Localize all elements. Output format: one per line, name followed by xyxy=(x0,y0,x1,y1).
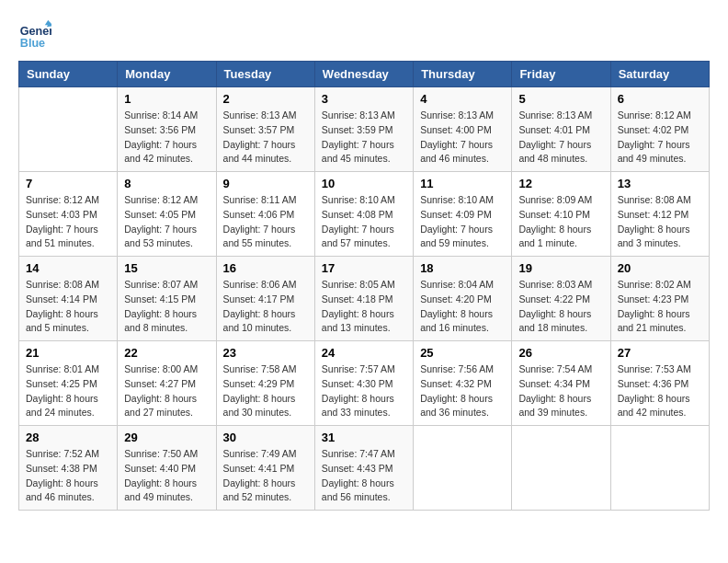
day-number: 24 xyxy=(322,346,406,360)
calendar-week-row: 21Sunrise: 8:01 AM Sunset: 4:25 PM Dayli… xyxy=(19,341,710,426)
day-number: 6 xyxy=(618,92,702,106)
day-info: Sunrise: 8:01 AM Sunset: 4:25 PM Dayligh… xyxy=(26,362,110,420)
day-number: 15 xyxy=(124,261,209,275)
header-day-tuesday: Tuesday xyxy=(216,62,314,87)
day-info: Sunrise: 8:12 AM Sunset: 4:02 PM Dayligh… xyxy=(618,109,702,167)
day-info: Sunrise: 8:07 AM Sunset: 4:15 PM Dayligh… xyxy=(124,278,209,336)
header-day-saturday: Saturday xyxy=(610,62,709,87)
day-number: 22 xyxy=(124,346,209,360)
calendar-cell: 24Sunrise: 7:57 AM Sunset: 4:30 PM Dayli… xyxy=(314,341,413,426)
day-info: Sunrise: 7:50 AM Sunset: 4:40 PM Dayligh… xyxy=(124,447,209,505)
day-info: Sunrise: 8:11 AM Sunset: 4:06 PM Dayligh… xyxy=(223,193,308,251)
day-info: Sunrise: 7:58 AM Sunset: 4:29 PM Dayligh… xyxy=(223,362,308,420)
svg-text:Blue: Blue xyxy=(20,37,45,50)
day-info: Sunrise: 8:13 AM Sunset: 3:59 PM Dayligh… xyxy=(322,109,406,167)
calendar-cell: 29Sunrise: 7:50 AM Sunset: 4:40 PM Dayli… xyxy=(118,426,216,511)
day-number: 1 xyxy=(124,92,209,106)
calendar-week-row: 7Sunrise: 8:12 AM Sunset: 4:03 PM Daylig… xyxy=(19,172,710,257)
calendar-cell: 7Sunrise: 8:12 AM Sunset: 4:03 PM Daylig… xyxy=(19,172,118,257)
day-number: 7 xyxy=(26,177,110,190)
calendar-week-row: 28Sunrise: 7:52 AM Sunset: 4:38 PM Dayli… xyxy=(19,426,710,511)
day-number: 9 xyxy=(223,177,308,190)
day-info: Sunrise: 8:03 AM Sunset: 4:22 PM Dayligh… xyxy=(518,278,603,336)
day-number: 14 xyxy=(26,261,110,275)
calendar-cell xyxy=(414,426,512,511)
day-number: 21 xyxy=(26,346,110,360)
day-info: Sunrise: 8:12 AM Sunset: 4:05 PM Dayligh… xyxy=(124,193,209,251)
day-number: 27 xyxy=(618,346,702,360)
day-number: 23 xyxy=(223,346,308,360)
calendar-cell: 14Sunrise: 8:08 AM Sunset: 4:14 PM Dayli… xyxy=(19,257,118,341)
day-info: Sunrise: 8:13 AM Sunset: 4:00 PM Dayligh… xyxy=(420,109,505,167)
header-day-thursday: Thursday xyxy=(414,62,512,87)
day-number: 19 xyxy=(518,261,603,275)
calendar-cell: 15Sunrise: 8:07 AM Sunset: 4:15 PM Dayli… xyxy=(118,257,216,341)
day-info: Sunrise: 7:54 AM Sunset: 4:34 PM Dayligh… xyxy=(518,362,603,420)
header-day-wednesday: Wednesday xyxy=(314,62,413,87)
day-number: 17 xyxy=(322,261,406,275)
calendar-cell: 31Sunrise: 7:47 AM Sunset: 4:43 PM Dayli… xyxy=(314,426,413,511)
calendar-table: SundayMondayTuesdayWednesdayThursdayFrid… xyxy=(18,61,710,511)
day-number: 3 xyxy=(322,92,406,106)
calendar-cell: 27Sunrise: 7:53 AM Sunset: 4:36 PM Dayli… xyxy=(610,341,709,426)
header-day-friday: Friday xyxy=(512,62,610,87)
calendar-header-row: SundayMondayTuesdayWednesdayThursdayFrid… xyxy=(19,62,710,87)
calendar-cell: 12Sunrise: 8:09 AM Sunset: 4:10 PM Dayli… xyxy=(512,172,610,257)
day-number: 25 xyxy=(420,346,505,360)
day-info: Sunrise: 8:13 AM Sunset: 3:57 PM Dayligh… xyxy=(223,109,308,167)
day-info: Sunrise: 8:12 AM Sunset: 4:03 PM Dayligh… xyxy=(26,193,110,251)
day-info: Sunrise: 7:53 AM Sunset: 4:36 PM Dayligh… xyxy=(618,362,702,420)
calendar-cell: 4Sunrise: 8:13 AM Sunset: 4:00 PM Daylig… xyxy=(414,87,512,172)
calendar-cell xyxy=(512,426,610,511)
day-number: 4 xyxy=(420,92,505,106)
day-number: 28 xyxy=(26,431,110,444)
logo-icon: General Blue xyxy=(18,18,51,52)
header-day-monday: Monday xyxy=(118,62,216,87)
calendar-cell: 8Sunrise: 8:12 AM Sunset: 4:05 PM Daylig… xyxy=(118,172,216,257)
calendar-cell: 10Sunrise: 8:10 AM Sunset: 4:08 PM Dayli… xyxy=(314,172,413,257)
calendar-cell: 25Sunrise: 7:56 AM Sunset: 4:32 PM Dayli… xyxy=(414,341,512,426)
day-info: Sunrise: 8:14 AM Sunset: 3:56 PM Dayligh… xyxy=(124,109,209,167)
calendar-week-row: 14Sunrise: 8:08 AM Sunset: 4:14 PM Dayli… xyxy=(19,257,710,341)
day-info: Sunrise: 8:09 AM Sunset: 4:10 PM Dayligh… xyxy=(518,193,603,251)
calendar-cell xyxy=(610,426,709,511)
day-info: Sunrise: 7:56 AM Sunset: 4:32 PM Dayligh… xyxy=(420,362,505,420)
day-number: 8 xyxy=(124,177,209,190)
day-number: 2 xyxy=(223,92,308,106)
calendar-cell: 13Sunrise: 8:08 AM Sunset: 4:12 PM Dayli… xyxy=(610,172,709,257)
day-number: 13 xyxy=(618,177,702,190)
calendar-week-row: 1Sunrise: 8:14 AM Sunset: 3:56 PM Daylig… xyxy=(19,87,710,172)
day-number: 31 xyxy=(322,431,406,444)
calendar-cell: 21Sunrise: 8:01 AM Sunset: 4:25 PM Dayli… xyxy=(19,341,118,426)
calendar-cell: 19Sunrise: 8:03 AM Sunset: 4:22 PM Dayli… xyxy=(512,257,610,341)
day-number: 29 xyxy=(124,431,209,444)
calendar-cell: 23Sunrise: 7:58 AM Sunset: 4:29 PM Dayli… xyxy=(216,341,314,426)
day-info: Sunrise: 8:06 AM Sunset: 4:17 PM Dayligh… xyxy=(223,278,308,336)
calendar-cell: 9Sunrise: 8:11 AM Sunset: 4:06 PM Daylig… xyxy=(216,172,314,257)
day-number: 10 xyxy=(322,177,406,190)
day-info: Sunrise: 8:05 AM Sunset: 4:18 PM Dayligh… xyxy=(322,278,406,336)
calendar-cell: 17Sunrise: 8:05 AM Sunset: 4:18 PM Dayli… xyxy=(314,257,413,341)
day-info: Sunrise: 8:00 AM Sunset: 4:27 PM Dayligh… xyxy=(124,362,209,420)
calendar-cell: 18Sunrise: 8:04 AM Sunset: 4:20 PM Dayli… xyxy=(414,257,512,341)
calendar-cell xyxy=(19,87,118,172)
calendar-cell: 22Sunrise: 8:00 AM Sunset: 4:27 PM Dayli… xyxy=(118,341,216,426)
day-info: Sunrise: 8:08 AM Sunset: 4:12 PM Dayligh… xyxy=(618,193,702,251)
calendar-cell: 11Sunrise: 8:10 AM Sunset: 4:09 PM Dayli… xyxy=(414,172,512,257)
page-header: General Blue xyxy=(18,18,710,52)
calendar-cell: 5Sunrise: 8:13 AM Sunset: 4:01 PM Daylig… xyxy=(512,87,610,172)
day-number: 16 xyxy=(223,261,308,275)
day-info: Sunrise: 8:10 AM Sunset: 4:09 PM Dayligh… xyxy=(420,193,505,251)
day-number: 12 xyxy=(518,177,603,190)
day-info: Sunrise: 8:08 AM Sunset: 4:14 PM Dayligh… xyxy=(26,278,110,336)
day-info: Sunrise: 7:49 AM Sunset: 4:41 PM Dayligh… xyxy=(223,447,308,505)
day-number: 11 xyxy=(420,177,505,190)
day-number: 20 xyxy=(618,261,702,275)
calendar-cell: 28Sunrise: 7:52 AM Sunset: 4:38 PM Dayli… xyxy=(19,426,118,511)
calendar-cell: 6Sunrise: 8:12 AM Sunset: 4:02 PM Daylig… xyxy=(610,87,709,172)
day-info: Sunrise: 7:52 AM Sunset: 4:38 PM Dayligh… xyxy=(26,447,110,505)
day-number: 26 xyxy=(518,346,603,360)
logo: General Blue xyxy=(18,18,57,52)
day-info: Sunrise: 7:47 AM Sunset: 4:43 PM Dayligh… xyxy=(322,447,406,505)
calendar-cell: 1Sunrise: 8:14 AM Sunset: 3:56 PM Daylig… xyxy=(118,87,216,172)
